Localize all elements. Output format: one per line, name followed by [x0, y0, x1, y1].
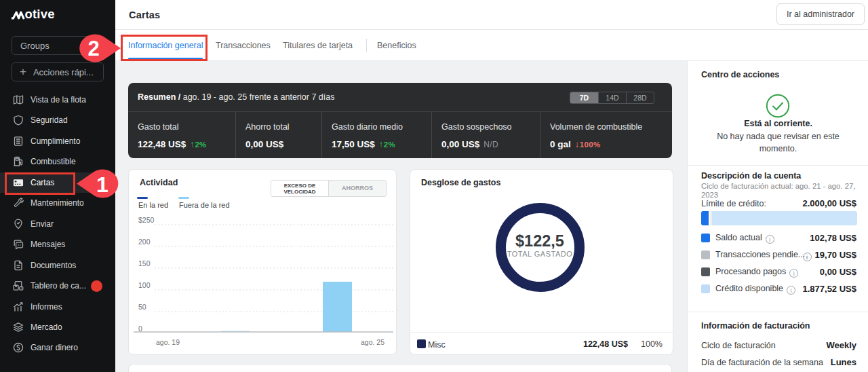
- svg-text:$250: $250: [138, 216, 155, 224]
- svg-text:otive: otive: [25, 7, 55, 21]
- svg-text:ago. 19: ago. 19: [156, 338, 180, 346]
- svg-text:0: 0: [138, 324, 142, 333]
- svg-text:100: 100: [138, 281, 151, 289]
- svg-text:150: 150: [138, 259, 151, 267]
- svg-text:ago. 25: ago. 25: [361, 338, 384, 346]
- svg-text:200: 200: [138, 238, 151, 246]
- svg-text:50: 50: [138, 303, 146, 311]
